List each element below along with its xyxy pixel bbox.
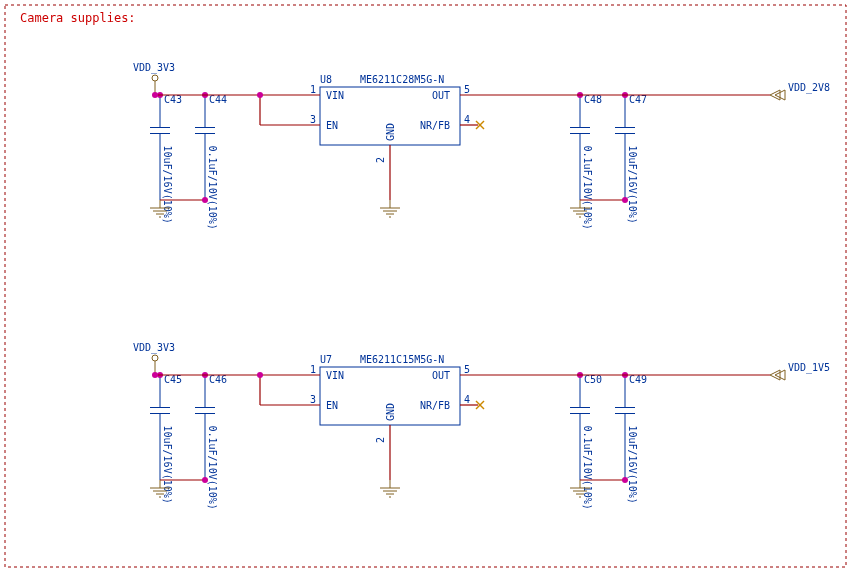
section-title: Camera supplies: [20, 11, 136, 25]
svg-text:GND: GND [385, 403, 396, 421]
svg-text:1: 1 [310, 364, 316, 375]
svg-text:VDD_3V3: VDD_3V3 [133, 342, 175, 354]
schematic-border [5, 5, 846, 567]
cap-ref: C45 [164, 374, 182, 385]
svg-text:GND: GND [385, 123, 396, 141]
vdd-in-flag: VDD_3V3 [133, 342, 175, 375]
capacitor-C45: C4510uF/16V(10%) [150, 374, 182, 504]
cap-ref: C49 [629, 374, 647, 385]
capacitor-C43: C4310uF/16V(10%) [150, 94, 182, 224]
svg-text:VIN: VIN [326, 370, 344, 381]
cap-ref: C47 [629, 94, 647, 105]
capacitor-C48: C480.1uF/10V(10%) [570, 94, 602, 230]
svg-text:2: 2 [375, 157, 386, 163]
svg-text:4: 4 [464, 394, 470, 405]
junction [202, 477, 208, 483]
cap-value: 10uF/16V(10%) [627, 426, 638, 504]
junction [202, 197, 208, 203]
svg-text:2: 2 [375, 437, 386, 443]
svg-text:OUT: OUT [432, 370, 450, 381]
svg-point-56 [152, 355, 158, 361]
cap-value: 0.1uF/10V(10%) [207, 146, 218, 230]
svg-point-1 [152, 75, 158, 81]
junction [622, 197, 628, 203]
svg-text:3: 3 [310, 394, 316, 405]
capacitor-C46: C460.1uF/10V(10%) [195, 374, 227, 510]
cap-value: 0.1uF/10V(10%) [582, 146, 593, 230]
capacitor-C47: C4710uF/16V(10%) [615, 94, 647, 224]
cap-ref: C46 [209, 374, 227, 385]
junction [257, 92, 263, 98]
svg-text:NR/FB: NR/FB [420, 120, 450, 131]
ic-ref: U8 [320, 74, 332, 85]
capacitor-C50: C500.1uF/10V(10%) [570, 374, 602, 510]
vdd-out-net: VDD_1V5 [770, 362, 830, 380]
capacitor-C49: C4910uF/16V(10%) [615, 374, 647, 504]
cap-ref: C50 [584, 374, 602, 385]
svg-text:VDD_2V8: VDD_2V8 [788, 82, 830, 94]
svg-text:VDD_3V3: VDD_3V3 [133, 62, 175, 74]
cap-value: 0.1uF/10V(10%) [207, 426, 218, 510]
svg-text:EN: EN [326, 400, 338, 411]
junction [257, 372, 263, 378]
cap-value: 10uF/16V(10%) [627, 146, 638, 224]
ic-ref: U7 [320, 354, 332, 365]
cap-ref: C43 [164, 94, 182, 105]
ic-part: ME6211C15M5G-N [360, 354, 444, 365]
svg-text:5: 5 [464, 84, 470, 95]
cap-value: 10uF/16V(10%) [162, 426, 173, 504]
cap-value: 10uF/16V(10%) [162, 146, 173, 224]
regulator-block-0: VDD_3V3C4310uF/16V(10%)C440.1uF/10V(10%)… [133, 62, 830, 230]
junction [152, 92, 158, 98]
svg-text:3: 3 [310, 114, 316, 125]
cap-ref: C48 [584, 94, 602, 105]
svg-text:VIN: VIN [326, 90, 344, 101]
vdd-out-net: VDD_2V8 [770, 82, 830, 100]
junction [622, 477, 628, 483]
svg-text:OUT: OUT [432, 90, 450, 101]
svg-text:1: 1 [310, 84, 316, 95]
cap-ref: C44 [209, 94, 227, 105]
svg-text:5: 5 [464, 364, 470, 375]
regulator-block-1: VDD_3V3C4510uF/16V(10%)C460.1uF/10V(10%)… [133, 342, 830, 510]
cap-value: 0.1uF/10V(10%) [582, 426, 593, 510]
ground-symbol [380, 480, 400, 497]
svg-text:NR/FB: NR/FB [420, 400, 450, 411]
capacitor-C44: C440.1uF/10V(10%) [195, 94, 227, 230]
svg-text:4: 4 [464, 114, 470, 125]
vdd-in-flag: VDD_3V3 [133, 62, 175, 95]
junction [152, 372, 158, 378]
svg-text:VDD_1V5: VDD_1V5 [788, 362, 830, 374]
svg-text:EN: EN [326, 120, 338, 131]
ic-part: ME6211C28M5G-N [360, 74, 444, 85]
ground-symbol [380, 200, 400, 217]
